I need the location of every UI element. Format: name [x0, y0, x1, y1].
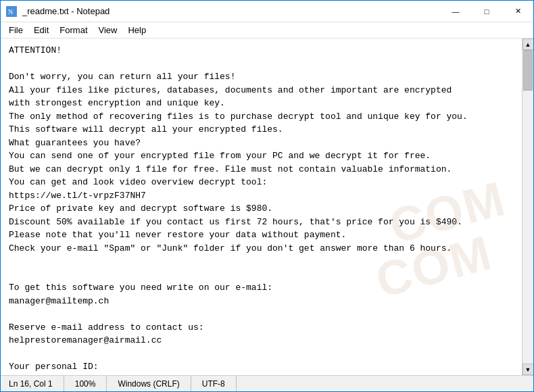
scrollbar-vertical[interactable]: ▲ ▼	[522, 39, 533, 375]
close-button[interactable]: ✕	[502, 1, 533, 22]
menu-help[interactable]: Help	[122, 23, 151, 38]
content-area: COM COM ATTENTION! Don't worry, you can …	[1, 39, 533, 375]
scroll-down-arrow[interactable]: ▼	[523, 364, 534, 375]
menu-edit[interactable]: Edit	[28, 23, 54, 38]
maximize-button[interactable]: □	[471, 1, 502, 22]
title-bar-left: N _readme.txt - Notepad	[6, 6, 110, 17]
svg-text:N: N	[8, 8, 13, 16]
title-bar: N _readme.txt - Notepad — □ ✕	[1, 1, 533, 22]
menu-file[interactable]: File	[3, 23, 28, 38]
scroll-track[interactable]	[523, 50, 533, 364]
window-title: _readme.txt - Notepad	[22, 6, 110, 16]
menu-bar: File Edit Format View Help	[1, 22, 533, 39]
window-controls: — □ ✕	[440, 1, 533, 22]
menu-view[interactable]: View	[93, 23, 123, 38]
status-bar: Ln 16, Col 1 100% Windows (CRLF) UTF-8	[1, 375, 533, 391]
text-editor[interactable]: ATTENTION! Don't worry, you can return a…	[1, 39, 522, 375]
notepad-window: N _readme.txt - Notepad — □ ✕ File Edit …	[0, 0, 534, 392]
status-line-col: Ln 16, Col 1	[6, 376, 64, 391]
status-zoom: 100%	[64, 376, 107, 391]
minimize-button[interactable]: —	[440, 1, 471, 22]
scroll-up-arrow[interactable]: ▲	[523, 39, 534, 50]
scroll-thumb[interactable]	[523, 50, 533, 91]
menu-format[interactable]: Format	[54, 23, 93, 38]
status-line-ending: Windows (CRLF)	[107, 376, 191, 391]
app-icon: N	[6, 6, 17, 17]
status-encoding: UTF-8	[191, 376, 237, 391]
